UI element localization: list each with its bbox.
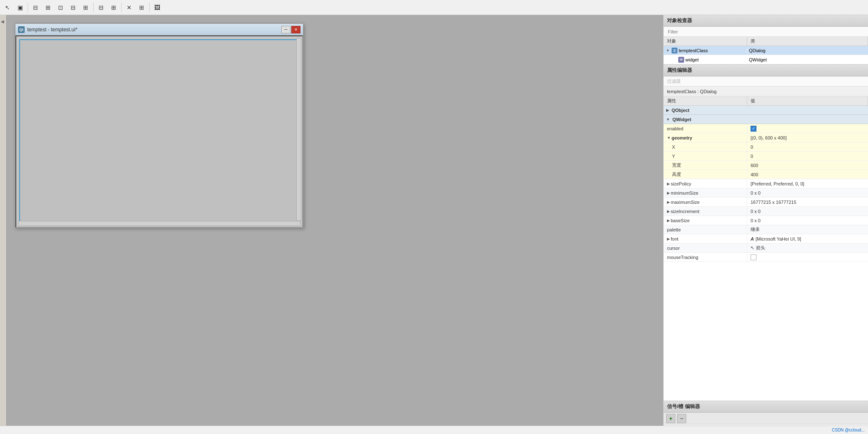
prop-name-cursor: cursor [664, 244, 747, 252]
widget-tool-btn[interactable]: ▣ [14, 2, 26, 13]
sizepolicy-expand[interactable]: ▶ [667, 182, 670, 186]
prop-row-font[interactable]: ▶ font A [Microsoft YaHei UI, 9] [664, 234, 868, 244]
prop-row-enabled[interactable]: enabled ✓ [664, 124, 868, 133]
prop-row-width[interactable]: 宽度 600 [664, 161, 868, 170]
prop-name-width: 宽度 [664, 161, 747, 170]
basesize-expand[interactable]: ▶ [667, 218, 670, 223]
signal-slot-panel: 信号/槽 编辑器 + − [664, 401, 868, 426]
prop-name-basesize: ▶ baseSize [664, 216, 747, 225]
layout-grid-btn[interactable]: ⊟ [67, 2, 79, 13]
tree-row-widget[interactable]: W widget QWidget [664, 55, 868, 64]
prop-val-width[interactable]: 600 [747, 161, 868, 170]
font-expand[interactable]: ▶ [667, 237, 670, 241]
status-right-text: CSDN @ccloud... [832, 428, 865, 432]
object-inspector-panel: 对象检查器 对象 类 ▼ Q temptestClass [664, 15, 868, 65]
class-name-1: QDialog [749, 48, 766, 53]
layout-h-btn[interactable]: ⊟ [30, 2, 41, 13]
tree-cell-name-1: ▼ Q temptestClass [664, 48, 747, 53]
prop-row-mousetracking[interactable]: mouseTracking [664, 253, 868, 262]
prop-row-x[interactable]: X 0 [664, 142, 868, 152]
qt-close-btn[interactable]: ✕ [291, 26, 300, 33]
object-inspector-filter-bar [664, 27, 868, 37]
left-panel-handle[interactable]: ◀ [0, 15, 7, 426]
signal-slot-toolbar: + − [664, 413, 868, 424]
geometry-expand[interactable]: ▼ [667, 136, 671, 140]
signal-add-btn[interactable]: + [666, 414, 675, 423]
property-editor-panel: 属性编辑器 过滤器 temptestClass : QDialog 属性 值 ▶… [664, 65, 868, 401]
qt-minimize-btn[interactable]: ─ [281, 26, 290, 33]
prop-row-geometry[interactable]: ▼ geometry [(0, 0), 600 x 400] [664, 133, 868, 142]
qdialog-icon: Q [672, 48, 677, 53]
qt-window-controls: ─ ✕ [281, 26, 300, 33]
splitter-h-btn[interactable]: ⊟ [95, 2, 107, 13]
tree-row-temptestclass[interactable]: ▼ Q temptestClass QDialog [664, 46, 868, 55]
image-btn[interactable]: 🖼 [151, 2, 163, 13]
left-handle-icon: ◀ [0, 19, 5, 24]
main-area: ◀ Qt temptest - temptest.ui* ─ ✕ [0, 15, 868, 426]
maxsize-expand[interactable]: ▶ [667, 200, 670, 204]
property-editor-title: 属性编辑器 [667, 67, 692, 74]
qt-form-content[interactable] [15, 36, 303, 228]
prop-val-geometry: [(0, 0), 600 x 400] [747, 133, 868, 142]
qt-scrollbar-horizontal[interactable] [18, 221, 300, 226]
prop-row-maxsize[interactable]: ▶ maximumSize 16777215 x 16777215 [664, 198, 868, 207]
qt-widget-area [19, 39, 300, 224]
object-inspector-title: 对象检查器 [667, 17, 692, 24]
tree-col-object: 对象 [664, 37, 747, 46]
splitter-v-btn[interactable]: ⊞ [108, 2, 120, 13]
group-qwidget[interactable]: ▼ QWidget [664, 115, 868, 124]
main-toolbar: ↖ ▣ ⊟ ⊞ ⊡ ⊟ ⊞ ⊟ ⊞ ✕ ⊞ 🖼 [0, 0, 868, 15]
group-qobject[interactable]: ▶ QObject [664, 106, 868, 115]
layout-form-btn[interactable]: ⊡ [55, 2, 66, 13]
prop-val-enabled[interactable]: ✓ [747, 124, 868, 133]
prop-row-minsize[interactable]: ▶ minimumSize 0 x 0 [664, 188, 868, 198]
layout-grid2-btn[interactable]: ⊞ [80, 2, 92, 13]
prop-row-basesize[interactable]: ▶ baseSize 0 x 0 [664, 216, 868, 225]
prop-val-mousetracking[interactable] [747, 253, 868, 261]
qt-scrollbar-vertical[interactable] [296, 38, 301, 221]
object-tree: 对象 类 ▼ Q temptestClass QDialog [664, 37, 868, 64]
tree-col-class: 类 [747, 37, 868, 46]
property-table: ▶ QObject ▼ QWidget enabled ✓ [664, 106, 868, 401]
class-name-2: QWidget [749, 57, 767, 62]
prop-val-height[interactable]: 400 [747, 170, 868, 179]
break-layout-btn[interactable]: ✕ [123, 2, 135, 13]
qt-window-title: temptest - temptest.ui* [27, 27, 279, 33]
prop-val-font: A [Microsoft YaHei UI, 9] [747, 234, 868, 243]
prop-name-x: X [664, 142, 747, 151]
prop-name-font: ▶ font [664, 234, 747, 243]
prop-row-cursor[interactable]: cursor ↖ 箭头 [664, 244, 868, 253]
qwidget-label: QWidget [672, 117, 691, 122]
prop-val-y[interactable]: 0 [747, 152, 868, 160]
expand-icon-1[interactable]: ▼ [665, 48, 670, 53]
tree-cell-class-1: QDialog [747, 48, 868, 53]
qobject-expand: ▶ [666, 108, 669, 112]
prop-row-sizepolicy[interactable]: ▶ sizePolicy [Preferred, Preferred, 0, 0… [664, 179, 868, 188]
tree-cell-class-2: QWidget [747, 57, 868, 62]
pointer-tool-btn[interactable]: ↖ [2, 2, 13, 13]
attr-col-value: 值 [747, 96, 868, 105]
prop-row-sizeincrement[interactable]: ▶ sizeIncrement 0 x 0 [664, 207, 868, 216]
prop-row-y[interactable]: Y 0 [664, 152, 868, 161]
prop-val-sizeincrement: 0 x 0 [747, 207, 868, 216]
design-canvas[interactable]: Qt temptest - temptest.ui* ─ ✕ [7, 15, 663, 426]
object-inspector-filter-input[interactable] [666, 28, 865, 36]
prop-val-palette: 继承 [747, 225, 868, 234]
toolbar-sep-3 [121, 3, 122, 13]
enabled-checkbox[interactable]: ✓ [751, 126, 756, 132]
attr-table-header: 属性 值 [664, 96, 868, 106]
mousetracking-checkbox[interactable] [751, 254, 756, 260]
signal-slot-header: 信号/槽 编辑器 [664, 401, 868, 413]
adjust-size-btn[interactable]: ⊞ [136, 2, 148, 13]
layout-v-btn[interactable]: ⊞ [42, 2, 54, 13]
minsize-expand[interactable]: ▶ [667, 191, 670, 195]
sizeincrement-expand[interactable]: ▶ [667, 209, 670, 213]
prop-val-x[interactable]: 0 [747, 142, 868, 151]
object-inspector-header: 对象检查器 [664, 15, 868, 27]
prop-val-sizepolicy: [Preferred, Preferred, 0, 0] [747, 179, 868, 188]
prop-row-palette[interactable]: palette 继承 [664, 225, 868, 234]
signal-remove-btn[interactable]: − [677, 414, 686, 423]
prop-row-height[interactable]: 高度 400 [664, 170, 868, 179]
qt-app-icon: Qt [18, 26, 25, 33]
object-name-2: widget [685, 57, 699, 62]
